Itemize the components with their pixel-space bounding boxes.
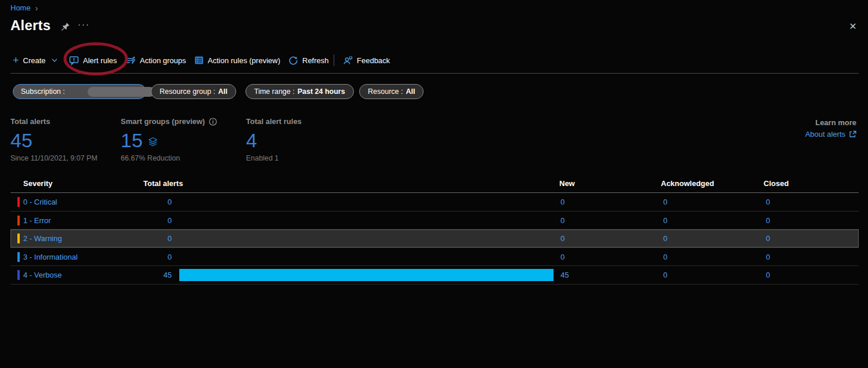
alert-rules-stat-sub: Enabled 1 [246,154,302,162]
severity-link[interactable]: 0 - Critical [23,198,57,206]
feedback-label: Feedback [357,56,390,65]
resource-group-filter-value: All [218,88,227,96]
alert-rules-label: Alert rules [83,56,117,65]
external-link-icon [849,130,856,138]
pushpin-icon[interactable] [60,21,70,32]
table-row[interactable]: 1 - Error0000 [10,212,859,230]
smart-groups-stat-label: Smart groups (preview) [121,117,205,126]
total-alerts-stat-value: 45 [10,130,32,150]
time-range-filter-label: Time range : [254,88,295,96]
action-rules-button[interactable]: Action rules (preview) [194,52,280,68]
closed-value[interactable]: 0 [766,253,770,261]
alert-rules-icon [69,56,79,65]
refresh-icon [288,56,298,65]
table-body: 0 - Critical00001 - Error00002 - Warning… [10,193,859,285]
new-value[interactable]: 0 [560,216,565,225]
severity-color-bar [17,234,20,243]
info-icon[interactable] [209,118,217,126]
column-header-total-alerts: Total alerts [143,179,183,188]
action-groups-icon [126,56,136,65]
action-groups-button[interactable]: Action groups [126,52,186,68]
stat-total-alerts: Total alerts 45 Since 11/10/2021, 9:07 P… [10,117,97,162]
severity-color-bar [17,216,20,225]
filter-pill-subscription[interactable]: Subscription : [13,84,146,99]
feedback-icon [343,56,353,65]
alert-rules-button[interactable]: Alert rules [69,52,117,68]
table-header-row: Severity Total alerts New Acknowledged C… [10,176,859,193]
table-row[interactable]: 0 - Critical0000 [10,193,859,212]
table-row[interactable]: 3 - Informational0000 [10,248,859,267]
about-alerts-link[interactable]: About alerts [805,130,856,139]
new-value[interactable]: 0 [560,234,565,243]
new-value[interactable]: 0 [560,253,565,261]
learn-more-section: Learn more About alerts [805,118,856,139]
severity-color-bar [17,197,20,207]
about-alerts-label: About alerts [805,130,845,139]
filter-pill-resource[interactable]: Resource : All [359,84,424,99]
severity-color-bar [17,270,20,280]
plus-icon: + [13,55,19,65]
total-value[interactable]: 0 [133,216,172,225]
create-label: Create [23,56,46,65]
refresh-label: Refresh [302,56,329,65]
layers-icon [147,137,158,148]
smart-groups-stat-sub: 66.67% Reduction [121,154,217,162]
resource-filter-label: Resource : [368,88,403,96]
stat-smart-groups: Smart groups (preview) 15 66.67% Reducti… [121,117,217,162]
severity-link[interactable]: 4 - Verbose [23,271,62,279]
breadcrumb: Home › [10,3,38,12]
table-row[interactable]: 2 - Warning0000 [10,229,859,248]
closed-value[interactable]: 0 [766,216,770,225]
toolbar-divider [334,54,334,66]
severity-link[interactable]: 2 - Warning [23,234,62,243]
breadcrumb-home-link[interactable]: Home [10,3,31,12]
create-button[interactable]: + Create [13,52,58,68]
acknowledged-value[interactable]: 0 [663,271,667,279]
severity-color-bar [17,252,20,262]
new-value[interactable]: 0 [560,198,565,206]
smart-groups-stat-value: 15 [121,130,143,150]
total-alerts-stat-label: Total alerts [10,117,97,126]
table-row[interactable]: 4 - Verbose454500 [10,266,859,285]
acknowledged-value[interactable]: 0 [663,234,667,243]
closed-value[interactable]: 0 [766,271,770,279]
acknowledged-value[interactable]: 0 [663,198,667,206]
closed-value[interactable]: 0 [766,198,770,206]
action-rules-icon [194,56,204,65]
close-icon[interactable]: ✕ [846,20,860,34]
page-title: Alerts [10,17,50,34]
total-alerts-histogram-bar [179,269,554,281]
closed-value[interactable]: 0 [766,234,770,243]
acknowledged-value[interactable]: 0 [663,216,667,225]
acknowledged-value[interactable]: 0 [663,253,667,261]
resource-filter-value: All [406,88,415,96]
alert-rules-stat-label: Total alert rules [246,117,302,126]
new-value[interactable]: 45 [560,271,569,279]
ellipsis-icon[interactable]: ··· [78,19,90,29]
alerts-page: Home › Alerts ··· ✕ + Create Alert rules… [0,0,868,368]
subscription-filter-value-redacted [88,87,155,97]
column-header-acknowledged: Acknowledged [661,179,714,188]
total-value[interactable]: 45 [133,271,172,279]
severity-link[interactable]: 3 - Informational [23,253,78,261]
stat-total-alert-rules: Total alert rules 4 Enabled 1 [246,117,302,162]
alert-rules-stat-value: 4 [246,130,257,150]
time-range-filter-value: Past 24 hours [298,88,345,96]
filter-pill-resource-group[interactable]: Resource group : All [151,84,236,99]
refresh-button[interactable]: Refresh [288,52,329,68]
total-value[interactable]: 0 [133,198,172,206]
total-value[interactable]: 0 [133,234,172,243]
feedback-button[interactable]: Feedback [343,52,390,68]
severity-table: Severity Total alerts New Acknowledged C… [10,176,859,285]
breadcrumb-chevron-icon: › [35,4,38,12]
subscription-filter-label: Subscription : [21,88,65,96]
column-header-new: New [559,179,575,188]
action-rules-label: Action rules (preview) [208,56,280,65]
chevron-down-icon [51,57,58,64]
severity-link[interactable]: 1 - Error [23,216,51,225]
total-value[interactable]: 0 [133,253,172,261]
total-alerts-stat-sub: Since 11/10/2021, 9:07 PM [10,154,97,162]
learn-more-heading: Learn more [805,118,856,127]
filter-pill-time-range[interactable]: Time range : Past 24 hours [245,84,354,99]
resource-group-filter-label: Resource group : [160,88,215,96]
